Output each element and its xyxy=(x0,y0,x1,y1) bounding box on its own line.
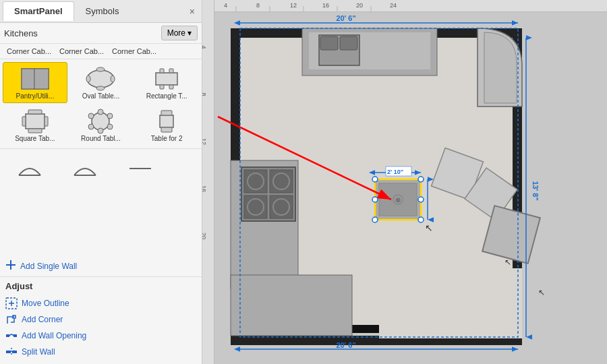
pantry-icon xyxy=(18,65,52,92)
symbol-rectangle-table[interactable]: Rectangle T... xyxy=(134,62,199,103)
symbol-round-table[interactable]: Round Tabl... xyxy=(69,104,134,146)
svg-point-19 xyxy=(98,109,103,115)
svg-rect-74 xyxy=(231,275,352,336)
extra-2-icon xyxy=(68,155,102,182)
add-wall-opening-label: Add Wall Opening xyxy=(22,331,86,340)
extra-3-icon xyxy=(123,155,157,182)
svg-rect-13 xyxy=(26,114,45,129)
add-wall-opening-icon xyxy=(5,330,18,342)
svg-text:12: 12 xyxy=(290,2,297,9)
round-table-icon xyxy=(84,108,117,135)
rectangle-table-icon xyxy=(150,65,183,92)
close-button[interactable]: × xyxy=(185,6,199,17)
corner-item-3[interactable]: Corner Cab... xyxy=(109,46,159,57)
symbol-oval-label: Oval Table... xyxy=(82,92,119,100)
svg-text:20: 20 xyxy=(356,2,363,9)
square-table-icon xyxy=(18,108,52,135)
svg-text:16: 16 xyxy=(202,185,207,192)
move-outline-icon xyxy=(5,297,18,309)
svg-text:⊕: ⊕ xyxy=(395,196,401,204)
add-corner-btn[interactable]: Add Corner xyxy=(5,311,196,328)
svg-point-7 xyxy=(111,75,115,82)
tab-symbols[interactable]: Symbols xyxy=(74,1,131,21)
svg-rect-11 xyxy=(160,85,164,89)
symbol-square-table[interactable]: Square Tab... xyxy=(3,104,67,146)
symbol-extra-2[interactable] xyxy=(58,152,112,185)
svg-rect-2 xyxy=(34,69,49,89)
svg-rect-36 xyxy=(13,334,17,337)
svg-rect-26 xyxy=(161,111,172,115)
more-label: More xyxy=(167,28,185,38)
corner-item-1[interactable]: Corner Cab... xyxy=(4,46,54,57)
add-corner-label: Add Corner xyxy=(22,315,63,324)
svg-rect-86 xyxy=(340,36,357,50)
svg-text:4: 4 xyxy=(202,45,207,49)
svg-rect-37 xyxy=(6,351,11,353)
svg-point-24 xyxy=(107,124,113,129)
add-wall-section: Add Single Wall xyxy=(0,255,202,277)
svg-rect-16 xyxy=(28,110,42,114)
more-button[interactable]: More ▾ xyxy=(161,26,198,40)
svg-rect-38 xyxy=(12,351,17,353)
symbols-scroll: Pantry/Utili... Oval Table... xyxy=(0,59,202,255)
svg-text:8: 8 xyxy=(202,92,207,96)
floor-plan: ⊕ 2' 10" ↖ ↖ ↖ xyxy=(214,12,607,364)
svg-rect-17 xyxy=(28,129,42,133)
svg-text:↖: ↖ xyxy=(504,257,511,267)
svg-rect-32 xyxy=(10,260,11,270)
svg-rect-15 xyxy=(45,117,48,126)
canvas-area: 4 8 12 16 20 24 4 8 12 16 20 xyxy=(202,0,607,364)
svg-rect-8 xyxy=(156,73,177,85)
add-wall-icon xyxy=(5,260,16,272)
move-outline-label: Move Outline xyxy=(22,299,69,308)
symbol-table2-label: Table for 2 xyxy=(151,135,183,142)
symbol-extra-1[interactable] xyxy=(3,152,57,185)
svg-rect-35 xyxy=(6,334,9,337)
svg-point-22 xyxy=(107,113,113,119)
svg-rect-25 xyxy=(160,115,173,127)
ruler-top: 4 8 12 16 20 24 xyxy=(202,0,607,12)
svg-rect-1 xyxy=(22,69,34,89)
add-single-wall-btn[interactable]: Add Single Wall xyxy=(5,260,196,272)
symbol-rectangle-label: Rectangle T... xyxy=(146,92,187,100)
move-outline-btn[interactable]: Move Outline xyxy=(5,295,196,311)
svg-point-90 xyxy=(372,177,378,182)
svg-point-23 xyxy=(88,124,94,129)
left-panel: SmartPanel Symbols × Kitchens More ▾ Cor… xyxy=(0,0,202,364)
svg-text:12: 12 xyxy=(202,138,207,145)
svg-point-91 xyxy=(418,177,424,182)
svg-point-93 xyxy=(418,197,424,202)
corner-item-2[interactable]: Corner Cab... xyxy=(57,46,107,57)
symbol-oval-table[interactable]: Oval Table... xyxy=(69,62,134,103)
svg-text:24: 24 xyxy=(390,2,397,9)
ruler-left: 4 8 12 16 20 xyxy=(202,0,214,364)
add-wall-opening-btn[interactable]: Add Wall Opening xyxy=(5,328,196,344)
svg-point-92 xyxy=(372,197,378,202)
add-wall-label: Add Single Wall xyxy=(20,262,77,271)
corner-row: Corner Cab... Corner Cab... Corner Cab..… xyxy=(0,44,202,59)
symbol-table-for-2[interactable]: Table for 2 xyxy=(134,104,199,146)
svg-text:20' 6": 20' 6" xyxy=(336,341,355,349)
svg-point-5 xyxy=(96,86,105,90)
symbol-pantry[interactable]: Pantry/Utili... xyxy=(3,62,67,103)
table-for-2-icon xyxy=(150,108,183,135)
symbol-pantry-label: Pantry/Utili... xyxy=(16,92,54,100)
svg-rect-12 xyxy=(169,85,173,89)
svg-point-4 xyxy=(96,67,105,71)
svg-point-21 xyxy=(88,113,94,119)
svg-text:20: 20 xyxy=(202,233,207,239)
symbol-grid: Pantry/Utili... Oval Table... xyxy=(0,59,202,149)
symbol-extra-3[interactable] xyxy=(113,152,167,185)
adjust-section: Adjust Move Outline Add Corner xyxy=(0,277,202,364)
split-wall-btn[interactable]: Split Wall xyxy=(5,344,196,360)
svg-point-18 xyxy=(92,113,109,130)
svg-rect-10 xyxy=(169,69,173,73)
svg-text:16: 16 xyxy=(322,2,329,9)
svg-rect-87 xyxy=(379,268,522,338)
svg-text:4: 4 xyxy=(224,2,227,9)
tab-smartpanel[interactable]: SmartPanel xyxy=(3,1,74,21)
svg-text:2' 10": 2' 10" xyxy=(387,169,403,175)
svg-point-95 xyxy=(418,217,424,222)
category-label: Kitchens xyxy=(4,28,158,38)
chevron-down-icon: ▾ xyxy=(187,28,192,38)
